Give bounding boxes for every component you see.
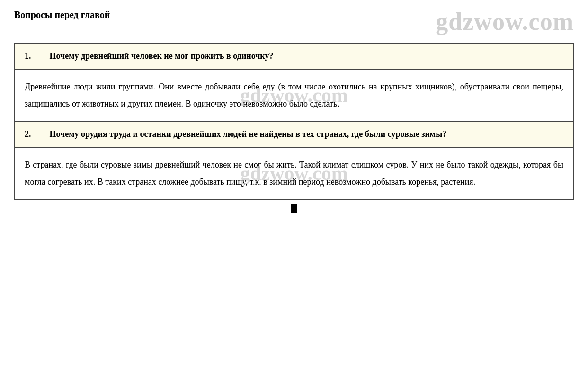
- answer-text-1: Древнейшие люди жили группами. Они вмест…: [25, 82, 563, 108]
- page-container: Вопросы перед главой gdzwow.com 1. Почем…: [0, 0, 588, 382]
- answer-cell-1: gdzwow.com Древнейшие люди жили группами…: [15, 69, 573, 121]
- question-row-1: 1. Почему древнейший человек не мог прож…: [15, 43, 573, 69]
- question-text-2: Почему орудия труда и останки древнейших…: [50, 129, 447, 139]
- question-text-1: Почему древнейший человек не мог прожить…: [50, 51, 274, 61]
- answer-text-2: В странах, где были суровые зимы древней…: [25, 160, 563, 187]
- question-cell-2: 2. Почему орудия труда и останки древней…: [15, 121, 573, 147]
- question-cell-1: 1. Почему древнейший человек не мог прож…: [15, 43, 573, 69]
- bottom-bar: [14, 204, 574, 213]
- question-number-2: 2.: [25, 129, 47, 139]
- answer-row-1: gdzwow.com Древнейшие люди жили группами…: [15, 69, 573, 121]
- question-row-2: 2. Почему орудия труда и останки древней…: [15, 121, 573, 147]
- answer-row-2: gdzwow.com В странах, где были суровые з…: [15, 147, 573, 199]
- content-table: 1. Почему древнейший человек не мог прож…: [14, 43, 574, 200]
- page-header: Вопросы перед главой gdzwow.com: [14, 9, 574, 34]
- cursor-indicator: [291, 204, 297, 213]
- answer-cell-2: gdzwow.com В странах, где были суровые з…: [15, 147, 573, 199]
- watermark-overlay-1: gdzwow.com: [240, 75, 347, 115]
- watermark-overlay-2: gdzwow.com: [240, 153, 347, 193]
- page-title: Вопросы перед главой: [14, 9, 110, 20]
- question-number-1: 1.: [25, 51, 47, 61]
- header-watermark: gdzwow.com: [436, 9, 574, 34]
